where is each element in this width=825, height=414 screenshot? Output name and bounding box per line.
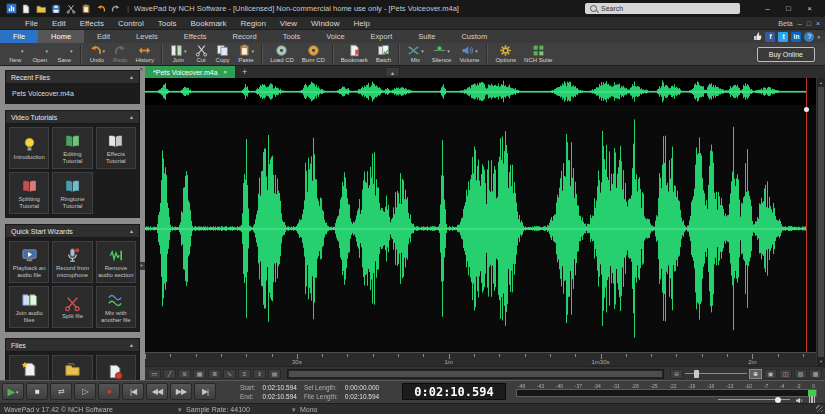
menu-item-help[interactable]: Help [347,19,377,28]
pencil-tool-icon[interactable]: ╱ [163,369,176,379]
new-tab-button[interactable]: + [235,66,254,78]
play-selection-button[interactable]: ▷ [74,383,96,400]
quick-cut-icon[interactable] [65,3,77,15]
loop-button[interactable]: ⇄ [50,383,72,400]
history-button[interactable]: History [131,44,158,65]
zoom-fit-button[interactable]: ▣ [764,369,777,379]
go-to-start-button[interactable]: |◀ [122,383,144,400]
menu-item-control[interactable]: Control [111,19,151,28]
list-view-icon[interactable]: ≡ [238,369,251,379]
menu-item-edit[interactable]: Edit [45,19,73,28]
menu-item-tools[interactable]: Tools [151,19,184,28]
nchsuite-button[interactable]: NCH Suite [520,44,556,65]
vertical-scrollbar[interactable]: ▲ ▼ [816,78,825,366]
ribbon-tab-levels[interactable]: Levels [123,30,171,43]
tile-splitting-tutorial[interactable]: Splitting Tutorial [9,172,49,214]
menu-item-file[interactable]: File [18,19,45,28]
scroll-up-icon[interactable]: ▲ [817,78,825,87]
menu-item-view[interactable]: View [273,19,304,28]
record-button[interactable]: ● [98,383,120,400]
section-header[interactable]: Recent Files▲ [5,70,140,84]
quick-redo-icon[interactable] [110,3,122,15]
text-view-icon[interactable]: ≣ [208,369,221,379]
waveform-view-icon[interactable]: ∿ [223,369,236,379]
open-button[interactable]: ▾Open [28,44,53,65]
document-tab[interactable]: *Pets Voiceover.m4a × [145,66,235,78]
tile-playback-an-audio-file[interactable]: Playback an audio file [9,241,49,283]
section-header[interactable]: Quick Start Wizards▲ [5,224,140,238]
selection-tool-icon[interactable]: ▭ [148,369,161,379]
envelope-tool-icon[interactable]: ≋ [178,369,191,379]
quick-folder-icon[interactable] [35,3,47,15]
mdi-close-icon[interactable]: × [816,20,820,27]
channels-value[interactable]: Mono [300,406,318,413]
ribbon-tab-suite[interactable]: Suite [405,30,448,43]
volume-slider[interactable] [718,399,790,400]
menu-item-window[interactable]: Window [304,19,346,28]
section-header[interactable]: Video Tutorials▲ [5,110,140,124]
zoom-slider[interactable] [685,369,747,379]
menu-item-region[interactable]: Region [234,19,273,28]
zoom-full-button[interactable]: ▩ [809,369,822,379]
volume-button[interactable]: ▾Volume [455,44,483,65]
resize-grip[interactable] [816,405,823,412]
tile-record-audio[interactable]: Record audio [96,355,136,380]
section-header[interactable]: Files▲ [5,338,140,352]
cursor-handle[interactable] [804,107,809,112]
tile-create-a-new-file[interactable]: Create a new file [9,355,49,380]
tile-open-an-existing-file[interactable]: Open an existing file [52,355,92,380]
tile-mix-with-another-file[interactable]: Mix with another file [96,286,136,328]
tile-effects-tutorial[interactable]: Effects Tutorial [96,127,136,169]
stop-button[interactable]: ■ [26,383,48,400]
join-button[interactable]: ▾Join [166,44,191,65]
timeline-ruler[interactable]: 30s1m1m30s2m [145,352,816,366]
grid-view-icon[interactable]: ▤ [268,369,281,379]
mdi-minimize-icon[interactable]: – [798,20,802,27]
tile-ringtone-tutorial[interactable]: Ringtone Tutorial [52,172,92,214]
sample-rate-dropdown-icon[interactable]: ▾ [178,406,182,414]
quick-doc-icon[interactable] [20,3,32,15]
minimize-button[interactable]: – [757,1,778,16]
close-button[interactable]: × [799,1,820,16]
like-icon[interactable] [752,32,762,42]
zoom-slider-thumb[interactable] [694,370,699,378]
sample-rate-value[interactable]: Sample Rate: 44100 [186,406,250,413]
buy-online-button[interactable]: Buy Online [757,47,815,62]
spectrum-view-icon[interactable]: ▦ [193,369,206,379]
undo-button[interactable]: ▾Undo [85,44,110,65]
cut-button[interactable]: Cut [191,44,212,65]
bookmark-button[interactable]: Bookmark [337,44,372,65]
quick-floppy-icon[interactable] [50,3,62,15]
mixer-icon[interactable] [809,396,816,403]
scroll-down-icon[interactable]: ▼ [817,357,825,366]
channels-dropdown-icon[interactable]: ▾ [292,406,296,414]
fast-forward-button[interactable]: ▶▶ [170,383,192,400]
main-waveform[interactable] [145,105,816,352]
ribbon-tab-record[interactable]: Record [220,30,270,43]
ribbon-tab-export[interactable]: Export [358,30,406,43]
copy-button[interactable]: Copy [212,44,234,65]
ribbon-tab-file[interactable]: File [0,30,38,43]
redo-button[interactable]: Redo [109,44,131,65]
play-button[interactable]: ▶▾ [2,383,24,400]
batch-button[interactable]: Batch [372,44,395,65]
ribbon-tab-tools[interactable]: Tools [270,30,314,43]
options-button[interactable]: Options [491,44,520,65]
silence-button[interactable]: ▾Silence [428,44,456,65]
horizontal-scroll-thumb[interactable] [289,371,662,377]
menu-item-effects[interactable]: Effects [73,19,111,28]
playback-cursor[interactable] [806,78,807,105]
quick-paste-icon[interactable] [80,3,92,15]
burncd-button[interactable]: Burn CD [298,44,329,65]
menu-item-bookmark[interactable]: Bookmark [183,19,233,28]
zoom-vertical-button[interactable]: ▧ [794,369,807,379]
zoom-out-button[interactable]: ⊖ [670,369,683,379]
ribbon-tab-effects[interactable]: Effects [171,30,220,43]
save-button[interactable]: ▾Save [52,44,77,65]
ribbon-tab-custom[interactable]: Custom [448,30,500,43]
mix-button[interactable]: ▾Mix [403,44,428,65]
tile-split-file[interactable]: Split file [52,286,92,328]
vertical-scroll-thumb[interactable] [818,87,824,357]
help-dropdown-icon[interactable]: ▾ [817,34,820,40]
ribbon-tab-edit[interactable]: Edit [84,30,123,43]
